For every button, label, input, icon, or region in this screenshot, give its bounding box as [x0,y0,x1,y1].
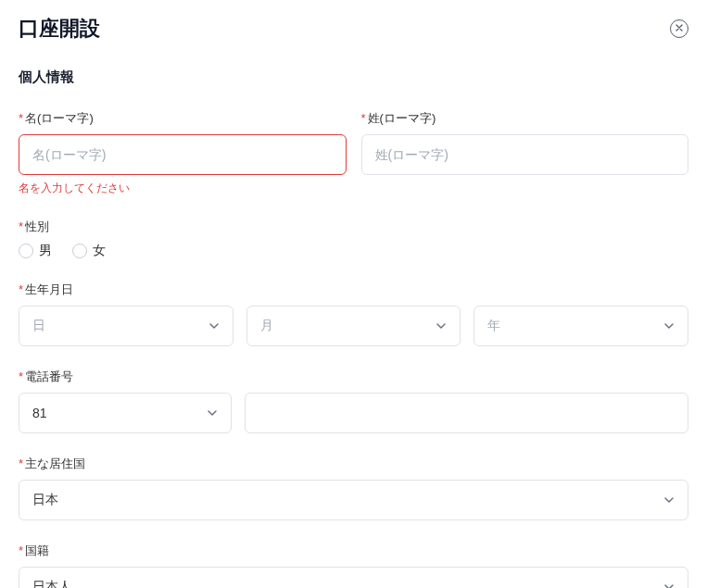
residence-label: *主な居住国 [19,456,688,472]
gender-label: *性別 [19,219,688,235]
required-mark: * [19,369,23,383]
required-mark: * [19,282,23,296]
header: 口座開設 [19,15,688,43]
chevron-down-icon [663,320,675,332]
dob-year-value: 年 [487,318,500,334]
nationality-label: *国籍 [19,543,688,559]
first-name-label: *名(ローマ字) [19,110,347,127]
dob-year-select[interactable]: 年 [473,306,688,346]
first-name-input[interactable] [19,134,347,175]
gender-male-label: 男 [39,243,52,259]
phone-number-input[interactable] [245,393,688,433]
dob-month-select[interactable]: 月 [246,306,461,346]
required-mark: * [19,544,23,557]
dob-label: *生年月日 [19,281,688,298]
residence-value: 日本 [32,492,58,508]
nationality-value: 日本人 [32,579,71,588]
close-button[interactable] [670,19,688,38]
gender-radio-female[interactable]: 女 [72,243,106,259]
phone-code-select[interactable]: 81 [19,393,232,433]
chevron-down-icon [663,494,675,506]
residence-select[interactable]: 日本 [19,480,688,520]
required-mark: * [19,111,23,125]
dob-day-value: 日 [32,318,45,334]
dob-day-select[interactable]: 日 [19,306,234,346]
gender-radio-male[interactable]: 男 [19,243,52,259]
chevron-down-icon [208,320,220,332]
gender-female-label: 女 [93,243,106,259]
phone-label: *電話番号 [19,369,688,385]
close-icon [675,24,683,33]
last-name-label: *姓(ローマ字) [361,110,689,127]
radio-icon [72,244,87,258]
radio-icon [19,244,33,258]
chevron-down-icon [436,320,447,332]
page-title: 口座開設 [19,15,100,43]
dob-month-value: 月 [260,318,273,334]
first-name-error: 名を入力してください [19,181,347,196]
nationality-select[interactable]: 日本人 [19,567,688,588]
chevron-down-icon [663,582,675,588]
chevron-down-icon [207,407,218,419]
required-mark: * [19,457,23,470]
required-mark: * [19,219,23,233]
phone-code-value: 81 [32,406,47,420]
section-title: 個人情報 [19,69,688,86]
last-name-input[interactable] [361,134,689,175]
required-mark: * [361,111,366,125]
